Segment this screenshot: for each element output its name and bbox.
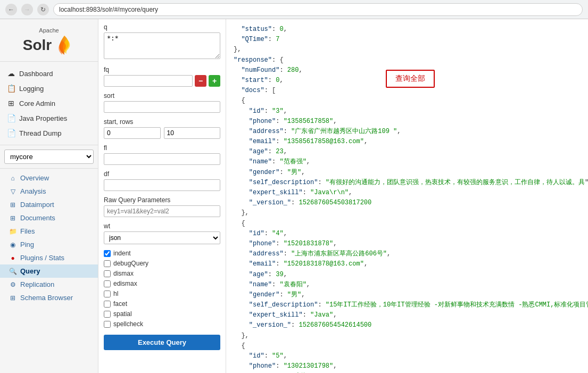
fl-field-group: fl bbox=[104, 144, 220, 165]
core-nav-overview-label: Overview bbox=[20, 174, 49, 182]
core-nav-item-plugins-stats[interactable]: ● Plugins / Stats bbox=[0, 251, 98, 264]
wt-label: wt bbox=[104, 222, 220, 230]
spellcheck-checkbox[interactable] bbox=[104, 321, 111, 328]
spellcheck-label[interactable]: spellcheck bbox=[113, 320, 143, 328]
facet-checkbox-row: facet bbox=[104, 300, 220, 308]
edismax-checkbox[interactable] bbox=[104, 280, 111, 287]
facet-checkbox[interactable] bbox=[104, 301, 111, 308]
df-label: df bbox=[104, 170, 220, 178]
hl-checkbox[interactable] bbox=[104, 291, 111, 297]
core-selector[interactable]: mycore bbox=[4, 150, 94, 164]
spatial-checkbox[interactable] bbox=[104, 311, 111, 318]
core-nav-ping-label: Ping bbox=[20, 241, 34, 248]
debug-query-checkbox[interactable] bbox=[104, 260, 111, 267]
sidebar-item-java-properties[interactable]: 📄 Java Properties bbox=[0, 111, 98, 126]
refresh-button[interactable]: ↻ bbox=[37, 4, 49, 15]
spatial-label[interactable]: spatial bbox=[113, 310, 132, 318]
fq-label: fq bbox=[104, 66, 220, 73]
sidebar-item-logging-label: Logging bbox=[19, 85, 44, 93]
solr-brand-text: Solr bbox=[23, 37, 52, 54]
start-rows-row bbox=[104, 127, 220, 139]
dismax-checkbox-row: dismax bbox=[104, 270, 220, 277]
fl-input[interactable] bbox=[104, 153, 220, 165]
core-nav-item-analysis[interactable]: ▽ Analysis bbox=[0, 185, 98, 198]
start-rows-field-group: start, rows bbox=[104, 118, 220, 139]
hl-label[interactable]: hl bbox=[113, 290, 118, 297]
url-bar[interactable] bbox=[53, 3, 583, 16]
browser-chrome: ← → ↻ bbox=[0, 0, 588, 19]
core-nav-item-schema-browser[interactable]: ⊞ Schema Browser bbox=[0, 291, 98, 304]
wt-field-group: wt json xml python ruby php csv bbox=[104, 222, 220, 244]
fl-label: fl bbox=[104, 144, 220, 152]
fq-remove-button[interactable]: − bbox=[195, 75, 206, 87]
indent-checkbox-row: indent bbox=[104, 250, 220, 257]
logging-icon: 📋 bbox=[6, 84, 16, 93]
sidebar-item-logging[interactable]: 📋 Logging bbox=[0, 81, 98, 96]
sort-input[interactable] bbox=[104, 101, 220, 113]
facet-label[interactable]: facet bbox=[113, 300, 127, 308]
indent-checkbox[interactable] bbox=[104, 250, 111, 257]
raw-query-input[interactable] bbox=[104, 205, 220, 217]
edismax-label[interactable]: edismax bbox=[113, 280, 137, 287]
core-nav-item-overview[interactable]: ⌂ Overview bbox=[0, 171, 98, 185]
ping-icon: ◉ bbox=[9, 241, 17, 248]
core-nav-item-files[interactable]: 📁 Files bbox=[0, 225, 98, 238]
query-all-button[interactable]: 查询全部 bbox=[386, 70, 435, 88]
start-rows-label: start, rows bbox=[104, 118, 220, 126]
apache-label: Apache bbox=[39, 27, 59, 34]
dashboard-icon: ☁ bbox=[6, 69, 16, 78]
fq-input[interactable] bbox=[104, 75, 193, 87]
sidebar-logo: Apache Solr bbox=[0, 19, 98, 62]
sidebar-item-dashboard-label: Dashboard bbox=[19, 70, 53, 78]
core-nav-query-label: Query bbox=[20, 267, 40, 275]
core-nav-item-replication[interactable]: ⚙ Replication bbox=[0, 278, 98, 291]
fq-field-group: fq − + bbox=[104, 66, 220, 87]
spatial-checkbox-row: spatial bbox=[104, 310, 220, 318]
start-input[interactable] bbox=[104, 127, 161, 139]
fq-row: − + bbox=[104, 75, 220, 87]
sort-field-group: sort bbox=[104, 92, 220, 113]
fq-add-button[interactable]: + bbox=[209, 75, 220, 87]
core-selector-section: mycore bbox=[0, 145, 98, 169]
core-nav-item-ping[interactable]: ◉ Ping bbox=[0, 238, 98, 251]
sidebar-item-java-properties-label: Java Properties bbox=[19, 114, 67, 122]
core-admin-icon: ⊞ bbox=[6, 99, 16, 107]
q-label: q bbox=[104, 23, 220, 31]
core-nav-item-dataimport[interactable]: ⊞ Dataimport bbox=[0, 198, 98, 211]
dataimport-icon: ⊞ bbox=[9, 201, 17, 209]
main-content: q *:* fq − + sort start, rows bbox=[98, 19, 588, 373]
thread-dump-icon: 📄 bbox=[6, 129, 16, 137]
core-nav-files-label: Files bbox=[20, 227, 35, 235]
core-nav-item-query[interactable]: 🔍 Query bbox=[0, 264, 98, 278]
rows-input[interactable] bbox=[164, 127, 221, 139]
core-nav-schema-browser-label: Schema Browser bbox=[20, 294, 73, 302]
execute-query-button[interactable]: Execute Query bbox=[104, 335, 220, 350]
df-input[interactable] bbox=[104, 179, 220, 191]
raw-query-label: Raw Query Parameters bbox=[104, 196, 220, 204]
analysis-icon: ▽ bbox=[9, 188, 17, 195]
dismax-label[interactable]: dismax bbox=[113, 270, 134, 277]
overview-icon: ⌂ bbox=[9, 175, 17, 182]
back-button[interactable]: ← bbox=[5, 4, 17, 15]
debug-query-label[interactable]: debugQuery bbox=[113, 260, 148, 267]
indent-label[interactable]: indent bbox=[113, 250, 131, 257]
app-container: Apache Solr bbox=[0, 19, 588, 373]
query-panel: q *:* fq − + sort start, rows bbox=[98, 19, 226, 373]
java-properties-icon: 📄 bbox=[6, 114, 16, 122]
wt-select[interactable]: json xml python ruby php csv bbox=[104, 231, 220, 244]
files-icon: 📁 bbox=[9, 228, 17, 235]
sidebar-item-core-admin[interactable]: ⊞ Core Admin bbox=[0, 96, 98, 111]
dismax-checkbox[interactable] bbox=[104, 270, 111, 277]
forward-button[interactable]: → bbox=[21, 4, 33, 15]
spellcheck-checkbox-row: spellcheck bbox=[104, 320, 220, 328]
core-nav-item-documents[interactable]: ⊞ Documents bbox=[0, 211, 98, 225]
edismax-checkbox-row: edismax bbox=[104, 280, 220, 287]
core-nav-documents-label: Documents bbox=[20, 214, 55, 222]
sidebar-item-thread-dump[interactable]: 📄 Thread Dump bbox=[0, 126, 98, 140]
sidebar-item-dashboard[interactable]: ☁ Dashboard bbox=[0, 66, 98, 81]
q-field-group: q *:* bbox=[104, 23, 220, 61]
core-nav-replication-label: Replication bbox=[20, 280, 54, 288]
debug-query-checkbox-row: debugQuery bbox=[104, 260, 220, 267]
schema-browser-icon: ⊞ bbox=[9, 294, 17, 302]
q-textarea[interactable]: *:* bbox=[104, 32, 220, 59]
